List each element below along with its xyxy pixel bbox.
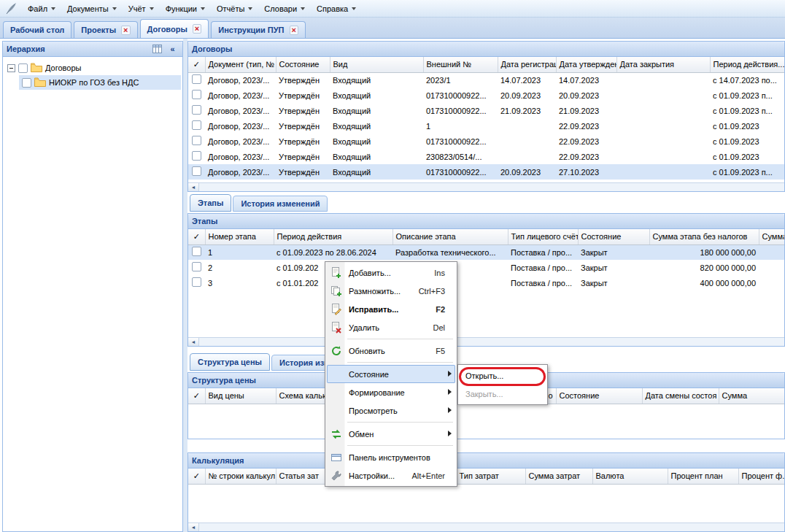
column-header[interactable]: Описание этапа [392,229,508,244]
column-header[interactable]: Вид [330,57,423,72]
menu-reports[interactable]: Отчёты [211,1,258,16]
row-checkbox[interactable] [192,247,201,256]
column-header[interactable]: Тип затрат [456,469,525,484]
table-row[interactable]: Договор, 2023/...УтверждёнВходящий122.09… [188,118,784,134]
row-checkbox[interactable] [192,277,201,287]
column-header[interactable]: Вид цены [205,388,276,404]
menu-item-delete[interactable]: Удалить Del [327,318,455,336]
stages-hscrollbar[interactable]: ◄ [188,337,784,346]
tree-checkbox[interactable] [18,63,28,73]
row-checkbox[interactable] [192,74,201,84]
menu-dictionaries[interactable]: Словари [258,1,311,16]
column-header[interactable]: Сумма затрат [525,469,592,484]
table-cell: Поставка / про... [508,260,578,275]
table-row[interactable]: Договор, 2023/...УтверждёнВходящий2023/1… [188,72,784,88]
tab-price-structure[interactable]: Структура цены [190,353,270,371]
column-header[interactable]: Дата закрытия [616,57,710,72]
row-checkbox[interactable] [192,262,201,271]
select-all-header[interactable]: ✓ [188,57,205,72]
scroll-left-icon[interactable]: ◄ [188,523,199,531]
column-header[interactable]: Дата смены состоя [642,388,719,404]
menu-item-duplicate[interactable]: Размножить... Ctrl+F3 [327,282,455,300]
column-header[interactable]: Состояние [578,229,649,244]
menu-functions[interactable]: Функции [160,1,211,16]
menu-item-add[interactable]: Добавить... Ins [327,263,455,282]
column-header[interactable]: Тип лицевого счёт [508,229,578,244]
column-header[interactable]: Процент план [668,469,738,484]
menu-help[interactable]: Справка [311,1,362,16]
tab-desktop[interactable]: Рабочий стол [3,21,71,38]
row-checkbox[interactable] [192,120,201,130]
close-icon[interactable]: × [290,26,298,35]
grid-settings-icon[interactable] [151,43,163,55]
menu-item-view[interactable]: Просмотреть [327,401,455,420]
column-header[interactable]: Сумма [759,229,784,244]
close-icon[interactable]: × [193,24,201,34]
tab-projects[interactable]: Проекты× [74,21,137,38]
table-row[interactable]: Договор, 2023/...УтверждёнВходящий230823… [188,149,784,164]
close-icon[interactable]: × [121,26,130,35]
menu-label: Функции [166,4,197,13]
row-checkbox[interactable] [192,136,201,145]
column-header[interactable]: Номер этапа [205,229,274,244]
collapse-node-icon[interactable] [7,64,15,72]
scroll-left-icon[interactable]: ◄ [188,338,199,346]
collapse-panel-icon[interactable]: « [166,43,179,55]
scroll-left-icon[interactable]: ◄ [188,183,199,191]
column-header[interactable]: № строки калькул [205,469,276,484]
table-row[interactable]: Договор, 2023/...УтверждёнВходящий017310… [188,103,784,118]
menu-item-settings[interactable]: Настройки... Alt+Enter [327,466,455,485]
table-row[interactable]: 2с 01.09.202очей конс...Поставка / про..… [188,260,784,275]
menu-item-open[interactable]: Открыть... [460,366,546,385]
contracts-hscrollbar[interactable]: ◄ [188,182,784,191]
menu-documents[interactable]: Документы [61,1,123,16]
tab-label: Структура цены [198,358,262,366]
tree-item-contracts[interactable]: Договоры [4,61,181,75]
select-all-header[interactable]: ✓ [188,229,205,244]
menu-separator [347,422,453,423]
table-row[interactable]: Договор, 2023/...УтверждёнВходящий017310… [188,134,784,149]
tree-checkbox[interactable] [22,78,31,88]
table-row[interactable]: Договор, 2023/...УтверждёнВходящий017310… [188,164,784,180]
menu-item-edit[interactable]: Исправить... F2 [327,300,455,318]
table-cell: с 01.09.2023 п... [710,103,784,118]
tab-contracts[interactable]: Договоры× [140,19,209,38]
table-row[interactable]: Договор, 2023/...УтверждёнВходящий017310… [188,88,784,103]
tree-item-niokr[interactable]: НИОКР по ГОЗ без НДС [19,75,181,90]
select-all-header[interactable]: ✓ [188,388,205,404]
column-header[interactable]: Процент ф... [738,469,784,484]
column-header[interactable]: Состояние [556,388,642,404]
table-row[interactable]: 3с 01.01.202зделия и ...Поставка / про..… [188,275,784,290]
table-cell: Договор, 2023/... [205,164,276,180]
calc-hscrollbar[interactable]: ◄ [188,523,784,531]
menu-item-state[interactable]: Состояние [327,365,455,383]
row-checkbox[interactable] [192,90,201,99]
column-header[interactable]: Валюта [592,469,668,484]
row-checkbox[interactable] [192,166,201,176]
menu-item-toolbar[interactable]: Панель инструментов [327,448,455,466]
menu-item-formation[interactable]: Формирование [327,383,455,401]
column-header[interactable]: Сумма этапа без налогов [649,229,759,244]
column-header[interactable]: Период действия [274,229,392,244]
menu-item-label: Настройки... [349,471,395,480]
column-header[interactable]: Сумма [719,388,784,404]
contracts-grid: ✓ Документ (тип, № Состояние Вид Внешний… [188,57,784,180]
column-header[interactable]: Состояние [276,57,330,72]
column-header[interactable]: Документ (тип, № [205,57,276,72]
menu-file[interactable]: Файл [22,1,61,16]
tab-stages-history[interactable]: История изменений [233,196,328,212]
column-header[interactable]: Внешний № [423,57,498,72]
table-row[interactable]: 1с 01.09.2023 по 28.06.2024Разработка те… [188,244,784,260]
select-all-header[interactable]: ✓ [188,469,205,484]
column-header[interactable]: Дата регистрации. [498,57,556,72]
column-header[interactable]: Дата утверждения [556,57,616,72]
row-checkbox[interactable] [192,105,201,115]
tab-pup-instructions[interactable]: Инструкции ПУП× [211,21,306,38]
column-header[interactable]: Период действия... [710,57,784,72]
tab-stages[interactable]: Этапы [190,194,231,212]
menu-item-refresh[interactable]: Обновить F5 [327,342,455,360]
menu-accounting[interactable]: Учёт [123,1,160,16]
menu-item-label: Формирование [349,388,405,397]
menu-item-exchange[interactable]: Обмен [327,425,455,443]
row-checkbox[interactable] [192,151,201,161]
